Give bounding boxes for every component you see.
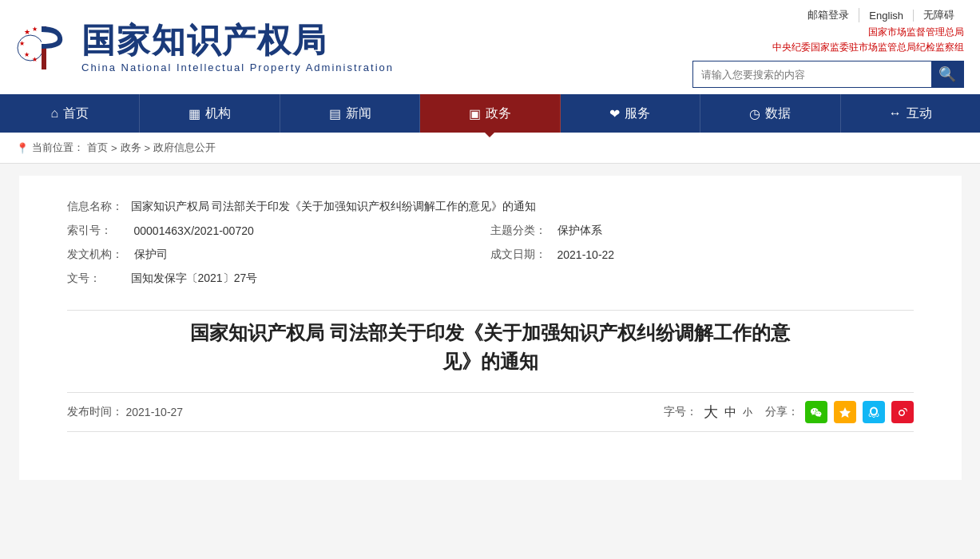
divider-1: [67, 310, 914, 311]
svg-point-11: [900, 413, 902, 414]
breadcrumb-sep-1: >: [111, 142, 117, 154]
docnum-value: 国知发保字〔2021〕27号: [131, 272, 258, 286]
header: ★ ★ ★ ★ ★ 国家知识产权局 China National Intelle…: [0, 0, 980, 94]
search-input[interactable]: [693, 61, 931, 87]
favorites-share-button[interactable]: [834, 401, 856, 423]
meta-publish: 发布时间： 2021-10-27: [67, 405, 184, 419]
svg-marker-7: [839, 407, 851, 418]
breadcrumb-current: 政府信息公开: [153, 141, 216, 155]
breadcrumb-current-label: 当前位置：: [32, 141, 84, 155]
main-content: 信息名称： 国家知识产权局 司法部关于印发《关于加强知识产权纠纷调解工作的意见》…: [19, 176, 962, 480]
breadcrumb-sep-2: >: [145, 142, 151, 154]
article-meta: 发布时间： 2021-10-27 字号： 大 中 小 分享：: [67, 392, 914, 432]
category-label: 主题分类：: [490, 224, 554, 238]
nav-item-home[interactable]: ⌂ 首页: [0, 94, 140, 133]
svg-point-9: [871, 409, 876, 414]
search-bar: 🔍: [692, 61, 964, 88]
nav-label-data: 数据: [765, 105, 791, 122]
docnum-label: 文号：: [67, 272, 131, 286]
affairs-icon: ▣: [469, 106, 481, 121]
mail-login-link[interactable]: 邮箱登录: [798, 8, 859, 22]
info-table: 信息名称： 国家知识产权局 司法部关于印发《关于加强知识产权纠纷调解工作的意见》…: [67, 200, 914, 286]
nav-label-affairs: 政务: [486, 105, 511, 122]
nav-item-service[interactable]: ❤ 服务: [561, 94, 700, 133]
date-cell: 成文日期： 2021-10-22: [490, 248, 914, 262]
svg-text:★: ★: [32, 56, 38, 63]
logo-icon: ★ ★ ★ ★ ★: [16, 20, 72, 76]
accessible-link[interactable]: 无障碍: [914, 8, 964, 22]
publish-date: 2021-10-27: [126, 406, 184, 418]
nav-label-service: 服务: [625, 105, 650, 122]
weibo-share-button[interactable]: [891, 401, 914, 423]
font-small-button[interactable]: 小: [743, 406, 752, 419]
svg-point-0: [18, 35, 43, 61]
svg-text:★: ★: [19, 40, 25, 47]
info-row-issuer-date: 发文机构： 保护司 成文日期： 2021-10-22: [67, 248, 914, 262]
nav-item-news[interactable]: ▤ 新闻: [280, 94, 420, 133]
meta-right: 字号： 大 中 小 分享：: [664, 401, 914, 423]
article-title: 国家知识产权局 司法部关于印发《关于加强知识产权纠纷调解工作的意见》的通知: [67, 319, 914, 376]
search-button[interactable]: 🔍: [931, 61, 963, 87]
issuer-label: 发文机构：: [67, 248, 131, 262]
index-cell: 索引号： 00001463X/2021-00720: [67, 224, 490, 238]
nav-bar: ⌂ 首页 ▦ 机构 ▤ 新闻 ▣ 政务 ❤ 服务 ◷ 数据 ↔ 互动: [0, 94, 980, 133]
qq-share-button[interactable]: [863, 401, 885, 423]
svg-text:★: ★: [24, 28, 30, 36]
sub-link-2[interactable]: 中央纪委国家监委驻市场监管总局纪检监察组: [772, 41, 964, 54]
svg-point-10: [902, 412, 903, 413]
nav-item-data[interactable]: ◷ 数据: [700, 94, 840, 133]
svg-text:★: ★: [32, 26, 38, 33]
news-icon: ▤: [329, 106, 341, 121]
issuer-cell: 发文机构： 保护司: [67, 248, 490, 262]
font-large-button[interactable]: 大: [704, 402, 718, 422]
share-section: 分享：: [765, 401, 914, 423]
category-value: 保护体系: [557, 224, 602, 238]
breadcrumb-home[interactable]: 首页: [87, 141, 108, 155]
wechat-share-button[interactable]: [805, 401, 827, 423]
share-label: 分享：: [765, 405, 799, 419]
header-top-links: 邮箱登录 English 无障碍: [798, 8, 964, 22]
logo-area: ★ ★ ★ ★ ★ 国家知识产权局 China National Intelle…: [16, 20, 394, 76]
date-label: 成文日期：: [490, 248, 554, 262]
font-size-label: 字号：: [664, 405, 697, 419]
font-size-controls: 字号： 大 中 小: [664, 402, 752, 422]
location-icon: 📍: [16, 142, 29, 154]
nav-item-org[interactable]: ▦ 机构: [140, 94, 280, 133]
nav-label-interact: 互动: [907, 105, 932, 122]
logo-title-en: China National Intellectual Property Adm…: [81, 61, 394, 73]
nav-item-interact[interactable]: ↔ 互动: [841, 94, 980, 133]
publish-label: 发布时间：: [67, 405, 123, 419]
info-row-index-category: 索引号： 00001463X/2021-00720 主题分类： 保护体系: [67, 224, 914, 238]
data-icon: ◷: [749, 106, 760, 121]
org-icon: ▦: [188, 106, 200, 121]
info-row-title: 信息名称： 国家知识产权局 司法部关于印发《关于加强知识产权纠纷调解工作的意见》…: [67, 200, 914, 214]
service-icon: ❤: [609, 106, 620, 121]
logo-title-cn: 国家知识产权局: [81, 22, 394, 59]
info-row-docnum: 文号： 国知发保字〔2021〕27号: [67, 272, 914, 286]
category-cell: 主题分类： 保护体系: [490, 224, 914, 238]
date-value: 2021-10-22: [557, 248, 615, 261]
header-right: 邮箱登录 English 无障碍 国家市场监督管理总局 中央纪委国家监委驻市场监…: [692, 8, 964, 88]
nav-item-affairs[interactable]: ▣ 政务: [420, 94, 560, 133]
english-link[interactable]: English: [859, 10, 914, 22]
nav-label-news: 新闻: [346, 105, 371, 122]
nav-label-org: 机构: [205, 105, 231, 122]
header-sub-links: 国家市场监督管理总局 中央纪委国家监委驻市场监管总局纪检监察组: [772, 26, 964, 54]
svg-text:★: ★: [24, 51, 30, 58]
index-label: 索引号：: [67, 224, 131, 238]
title-label: 信息名称：: [67, 200, 131, 214]
title-value: 国家知识产权局 司法部关于印发《关于加强知识产权纠纷调解工作的意见》的通知: [131, 200, 537, 214]
nav-label-home: 首页: [63, 105, 89, 122]
home-icon: ⌂: [50, 106, 58, 121]
index-value: 00001463X/2021-00720: [134, 224, 254, 237]
search-icon: 🔍: [938, 65, 956, 83]
header-top: ★ ★ ★ ★ ★ 国家知识产权局 China National Intelle…: [0, 0, 980, 94]
issuer-value: 保护司: [134, 248, 168, 262]
logo-text: 国家知识产权局 China National Intellectual Prop…: [81, 22, 394, 73]
sub-link-1[interactable]: 国家市场监督管理总局: [868, 26, 964, 39]
interact-icon: ↔: [889, 106, 902, 121]
breadcrumb-affairs[interactable]: 政务: [121, 141, 141, 155]
font-medium-button[interactable]: 中: [724, 405, 736, 420]
